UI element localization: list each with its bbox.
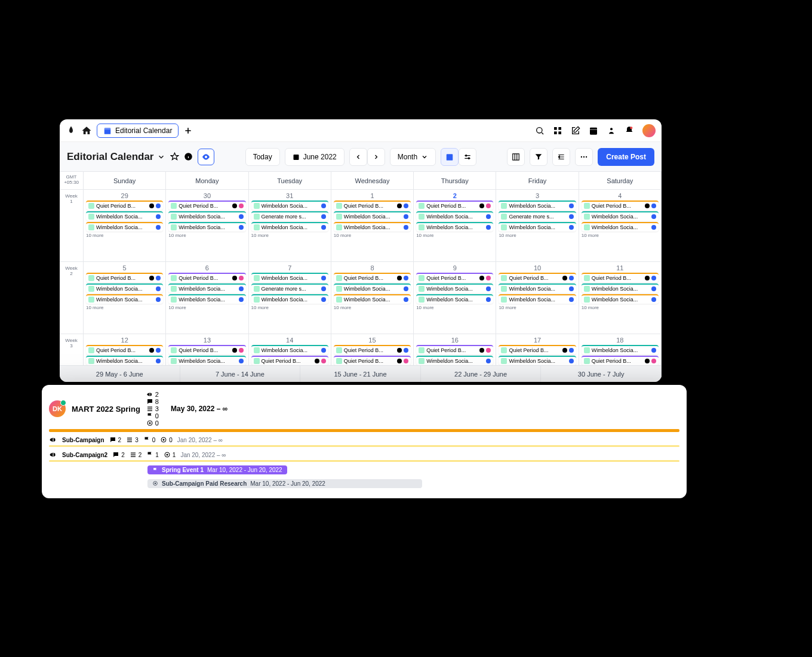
today-button[interactable]: Today <box>245 148 280 166</box>
calendar-event[interactable]: Wimbeldon Socia... <box>251 273 328 282</box>
calendar-nav-icon[interactable] <box>589 126 598 135</box>
more-events-link[interactable]: 10 more <box>499 233 576 238</box>
more-events-link[interactable]: 10 more <box>251 233 328 238</box>
calendar-event[interactable]: Wimbeldon Socia... <box>334 283 411 293</box>
week-range-tab[interactable]: 29 May - 6 June <box>60 366 180 382</box>
calendar-event[interactable]: Wimbeldon Socia... <box>582 345 659 354</box>
indent-button[interactable] <box>552 148 570 166</box>
calendar-event[interactable]: Wimbeldon Socia... <box>582 211 659 221</box>
notification-bell-icon[interactable] <box>625 126 634 135</box>
star-icon[interactable] <box>170 152 179 161</box>
calendar-event[interactable]: Wimbeldon Socia... <box>499 222 576 232</box>
calendar-event[interactable]: Wimbeldon Socia... <box>168 294 245 304</box>
day-cell[interactable]: 7Wimbeldon Socia...Generate more s...Wim… <box>249 262 331 334</box>
next-month-button[interactable] <box>367 148 385 166</box>
calendar-event[interactable]: Quiet Period B... <box>582 356 659 365</box>
calendar-event[interactable]: Quiet Period B... <box>168 201 245 210</box>
calendar-event[interactable]: Quiet Period B... <box>251 356 328 365</box>
calendar-event[interactable]: Wimbeldon Socia... <box>499 283 576 293</box>
calendar-event[interactable]: Wimbeldon Socia... <box>251 201 328 210</box>
calendar-event[interactable]: Wimbeldon Socia... <box>582 294 659 304</box>
calendar-event[interactable]: Wimbeldon Socia... <box>416 294 493 304</box>
more-events-link[interactable]: 10 more <box>168 305 245 310</box>
column-settings-button[interactable] <box>507 148 525 166</box>
calendar-event[interactable]: Wimbeldon Socia... <box>251 294 328 304</box>
calendar-event[interactable]: Quiet Period B... <box>334 356 411 365</box>
calendar-event[interactable]: Wimbeldon Socia... <box>168 356 245 365</box>
compose-icon[interactable] <box>571 126 580 135</box>
calendar-event[interactable]: Quiet Period B... <box>416 345 493 354</box>
campaign-avatar[interactable]: DK <box>49 400 66 417</box>
more-options-button[interactable] <box>575 148 593 166</box>
day-cell[interactable]: 4Quiet Period B...Wimbeldon Socia...Wimb… <box>579 190 662 261</box>
week-range-tab[interactable]: 15 June - 21 June <box>300 366 421 382</box>
more-events-link[interactable]: 10 more <box>334 305 411 310</box>
week-range-tab[interactable]: 30 June - 7 July <box>541 366 662 382</box>
day-cell[interactable]: 30Quiet Period B...Wimbeldon Socia...Wim… <box>166 190 248 261</box>
calendar-event[interactable]: Quiet Period B... <box>416 273 493 282</box>
day-cell[interactable]: 8Quiet Period B...Wimbeldon Socia...Wimb… <box>331 262 414 334</box>
more-events-link[interactable]: 10 more <box>86 233 163 238</box>
calendar-event[interactable]: Quiet Period B... <box>582 201 659 210</box>
calendar-event[interactable]: Wimbeldon Socia... <box>86 283 163 293</box>
calendar-event[interactable]: Wimbeldon Socia... <box>86 356 163 365</box>
calendar-event[interactable]: Wimbeldon Socia... <box>582 222 659 232</box>
day-cell[interactable]: 6Quiet Period B...Wimbeldon Socia...Wimb… <box>166 262 248 334</box>
calendar-event[interactable]: Wimbeldon Socia... <box>251 222 328 232</box>
day-cell[interactable]: 5Quiet Period B...Wimbeldon Socia...Wimb… <box>84 262 166 334</box>
calendar-event[interactable]: Generate more s... <box>251 211 328 221</box>
calendar-event[interactable]: Wimbeldon Socia... <box>582 283 659 293</box>
calendar-event[interactable]: Wimbeldon Socia... <box>499 294 576 304</box>
day-cell[interactable]: 11Quiet Period B...Wimbeldon Socia...Wim… <box>579 262 662 334</box>
search-icon[interactable] <box>535 126 545 135</box>
calendar-event[interactable]: Wimbeldon Socia... <box>86 222 163 232</box>
calendar-event[interactable]: Wimbeldon Socia... <box>334 222 411 232</box>
calendar-event[interactable]: Quiet Period B... <box>499 273 576 282</box>
calendar-event[interactable]: Wimbeldon Socia... <box>168 211 245 221</box>
calendar-event[interactable]: Generate more s... <box>251 283 328 293</box>
timeline-event-bar[interactable]: Sub-Campaign Paid ResearchMar 10, 2022 -… <box>147 479 422 488</box>
grid-apps-icon[interactable] <box>553 126 562 135</box>
calendar-event[interactable]: Wimbeldon Socia... <box>168 222 245 232</box>
more-events-link[interactable]: 10 more <box>334 233 411 238</box>
filter-button[interactable] <box>530 148 548 166</box>
more-events-link[interactable]: 10 more <box>499 305 576 310</box>
calendar-event[interactable]: Quiet Period B... <box>334 201 411 210</box>
day-cell[interactable]: 2Quiet Period B...Wimbeldon Socia...Wimb… <box>414 190 496 261</box>
calendar-event[interactable]: Quiet Period B... <box>334 273 411 282</box>
chevron-down-icon[interactable] <box>157 153 165 161</box>
calendar-event[interactable]: Quiet Period B... <box>582 273 659 282</box>
calendar-event[interactable]: Wimbeldon Socia... <box>86 294 163 304</box>
day-cell[interactable]: 9Quiet Period B...Wimbeldon Socia...Wimb… <box>414 262 496 334</box>
calendar-view-toggle[interactable] <box>441 148 459 166</box>
sub-campaign-bar[interactable] <box>49 445 679 447</box>
more-events-link[interactable]: 10 more <box>416 305 493 310</box>
day-cell[interactable]: 29Quiet Period B...Wimbeldon Socia...Wim… <box>84 190 166 261</box>
calendar-event[interactable]: Wimbeldon Socia... <box>499 201 576 210</box>
calendar-event[interactable]: Wimbeldon Socia... <box>416 211 493 221</box>
calendar-event[interactable]: Quiet Period B... <box>86 345 163 354</box>
calendar-event[interactable]: Wimbeldon Socia... <box>334 294 411 304</box>
more-events-link[interactable]: 10 more <box>251 305 328 310</box>
user-avatar[interactable] <box>642 124 656 137</box>
sub-campaign-row[interactable]: Sub-Campaign2300Jan 20, 2022 – ∞ <box>49 436 679 444</box>
settings-toggle[interactable] <box>459 148 476 166</box>
campaign-timeline-bar[interactable] <box>49 429 679 432</box>
calendar-event[interactable]: Wimbeldon Socia... <box>334 211 411 221</box>
calendar-event[interactable]: Quiet Period B... <box>334 345 411 354</box>
calendar-event[interactable]: Wimbeldon Socia... <box>168 283 245 293</box>
calendar-event[interactable]: Wimbeldon Socia... <box>86 211 163 221</box>
more-events-link[interactable]: 10 more <box>582 233 659 238</box>
calendar-event[interactable]: Quiet Period B... <box>86 201 163 210</box>
active-tab[interactable]: Editorial Calendar <box>97 124 179 138</box>
calendar-event[interactable]: Wimbeldon Socia... <box>416 283 493 293</box>
prev-month-button[interactable] <box>349 148 367 166</box>
calendar-event[interactable]: Generate more s... <box>499 211 576 221</box>
calendar-event[interactable]: Wimbeldon Socia... <box>416 356 493 365</box>
day-cell[interactable]: 1Quiet Period B...Wimbeldon Socia...Wimb… <box>331 190 414 261</box>
home-icon[interactable] <box>81 125 92 136</box>
day-cell[interactable]: 10Quiet Period B...Wimbeldon Socia...Wim… <box>496 262 579 334</box>
calendar-event[interactable]: Quiet Period B... <box>168 273 245 282</box>
calendar-event[interactable]: Wimbeldon Socia... <box>499 356 576 365</box>
view-select-button[interactable]: Month <box>390 148 436 166</box>
